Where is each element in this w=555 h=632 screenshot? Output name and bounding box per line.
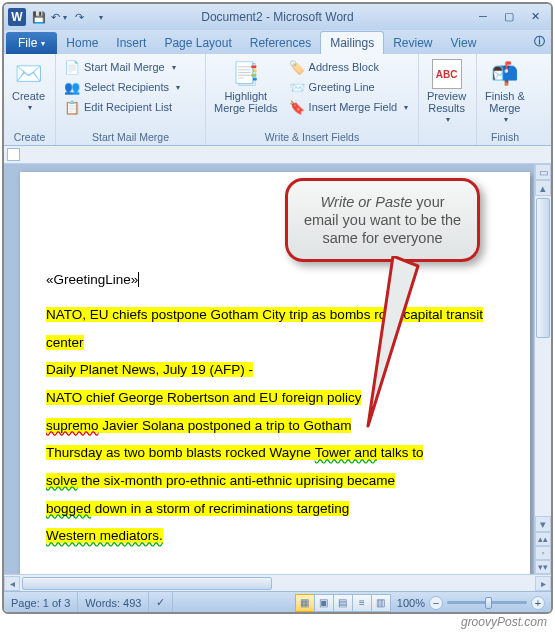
select-recipients-button[interactable]: 👥Select Recipients <box>60 77 201 97</box>
status-bar: Page: 1 of 3 Words: 493 ✓ ▦ ▣ ▤ ≡ ▥ 100%… <box>4 591 551 613</box>
document-page[interactable]: Write or Paste your email you want to be… <box>20 172 530 574</box>
group-label-preview <box>423 142 472 144</box>
finish-merge-button[interactable]: 📬 Finish & Merge <box>481 57 529 130</box>
ruler-toggle-button[interactable]: ▭ <box>535 164 551 180</box>
tab-view[interactable]: View <box>442 32 486 54</box>
full-screen-view-button[interactable]: ▣ <box>314 594 334 612</box>
horizontal-ruler[interactable] <box>4 146 551 164</box>
group-label-create: Create <box>8 130 51 144</box>
previous-page-button[interactable]: ▴▴ <box>535 532 551 546</box>
greeting-line-button[interactable]: 📨Greeting Line <box>285 77 414 97</box>
scroll-left-button[interactable]: ◂ <box>4 576 20 591</box>
body-text[interactable]: NATO, EU chiefs postpone Gotham City tri… <box>46 301 512 550</box>
scroll-right-button[interactable]: ▸ <box>535 576 551 591</box>
qat-customize-button[interactable] <box>90 8 108 26</box>
tab-home[interactable]: Home <box>57 32 107 54</box>
group-label-finish: Finish <box>481 130 529 144</box>
preview-icon: ABC <box>432 59 462 89</box>
web-layout-view-button[interactable]: ▤ <box>333 594 353 612</box>
title-bar: W 💾 ↶ ↷ Document2 - Microsoft Word ─ ▢ ✕ <box>4 4 551 30</box>
print-layout-view-button[interactable]: ▦ <box>295 594 315 612</box>
greeting-line-field[interactable]: «GreetingLine» <box>46 272 512 287</box>
zoom-slider[interactable] <box>447 601 527 604</box>
field-icon: 🔖 <box>289 99 305 115</box>
zoom-out-button[interactable]: − <box>429 596 443 610</box>
zoom-slider-knob[interactable] <box>485 597 492 609</box>
highlight-merge-fields-button[interactable]: 📑 Highlight Merge Fields <box>210 57 282 130</box>
group-label-start: Start Mail Merge <box>60 130 201 144</box>
maximize-button[interactable]: ▢ <box>497 7 521 25</box>
minimize-button[interactable]: ─ <box>471 7 495 25</box>
finish-icon: 📬 <box>490 59 520 89</box>
word-count[interactable]: Words: 493 <box>78 592 149 613</box>
tab-selector-button[interactable] <box>7 148 20 161</box>
page-indicator[interactable]: Page: 1 of 3 <box>4 592 78 613</box>
address-block-button[interactable]: 🏷️Address Block <box>285 57 414 77</box>
greeting-icon: 📨 <box>289 79 305 95</box>
scroll-down-button[interactable]: ▾ <box>535 516 551 532</box>
preview-results-button[interactable]: ABC Preview Results <box>423 57 470 142</box>
zoom-level[interactable]: 100% <box>397 597 425 609</box>
vertical-scrollbar[interactable]: ▭ ▴ ▾ ▴▴ ◦ ▾▾ <box>534 164 551 574</box>
address-icon: 🏷️ <box>289 59 305 75</box>
word-app-icon: W <box>8 8 26 26</box>
ribbon: ✉️ Create Create 📄Start Mail Merge 👥Sele… <box>4 54 551 146</box>
tab-review[interactable]: Review <box>384 32 441 54</box>
envelope-icon: ✉️ <box>14 59 44 89</box>
file-tab[interactable]: File▾ <box>6 32 57 54</box>
annotation-callout: Write or Paste your email you want to be… <box>285 178 480 262</box>
outline-view-button[interactable]: ≡ <box>352 594 372 612</box>
proofing-button[interactable]: ✓ <box>149 592 173 613</box>
tab-mailings[interactable]: Mailings <box>320 31 384 54</box>
tab-references[interactable]: References <box>241 32 320 54</box>
draft-view-button[interactable]: ▥ <box>371 594 391 612</box>
watermark: groovyPost.com <box>461 615 547 629</box>
browse-object-button[interactable]: ◦ <box>535 546 551 560</box>
close-button[interactable]: ✕ <box>523 7 547 25</box>
highlight-icon: 📑 <box>231 59 261 89</box>
mail-merge-icon: 📄 <box>64 59 80 75</box>
undo-button[interactable]: ↶ <box>50 8 68 26</box>
create-button[interactable]: ✉️ Create <box>8 57 49 130</box>
horizontal-scrollbar[interactable]: ◂ ▸ <box>4 574 551 591</box>
tab-page-layout[interactable]: Page Layout <box>155 32 240 54</box>
scroll-track[interactable] <box>535 196 551 516</box>
help-icon[interactable]: ⓘ <box>534 34 545 49</box>
insert-merge-field-button[interactable]: 🔖Insert Merge Field <box>285 97 414 117</box>
scroll-up-button[interactable]: ▴ <box>535 180 551 196</box>
edit-recipient-list-button[interactable]: 📋Edit Recipient List <box>60 97 201 117</box>
redo-button[interactable]: ↷ <box>70 8 88 26</box>
zoom-in-button[interactable]: + <box>531 596 545 610</box>
recipients-icon: 👥 <box>64 79 80 95</box>
edit-list-icon: 📋 <box>64 99 80 115</box>
next-page-button[interactable]: ▾▾ <box>535 560 551 574</box>
tab-insert[interactable]: Insert <box>107 32 155 54</box>
start-mail-merge-button[interactable]: 📄Start Mail Merge <box>60 57 201 77</box>
scroll-thumb[interactable] <box>536 198 550 338</box>
ribbon-tabs: File▾ Home Insert Page Layout References… <box>4 30 551 54</box>
hscroll-thumb[interactable] <box>22 577 272 590</box>
group-label-write: Write & Insert Fields <box>210 130 414 144</box>
quick-access-toolbar: 💾 ↶ ↷ <box>30 8 108 26</box>
save-button[interactable]: 💾 <box>30 8 48 26</box>
